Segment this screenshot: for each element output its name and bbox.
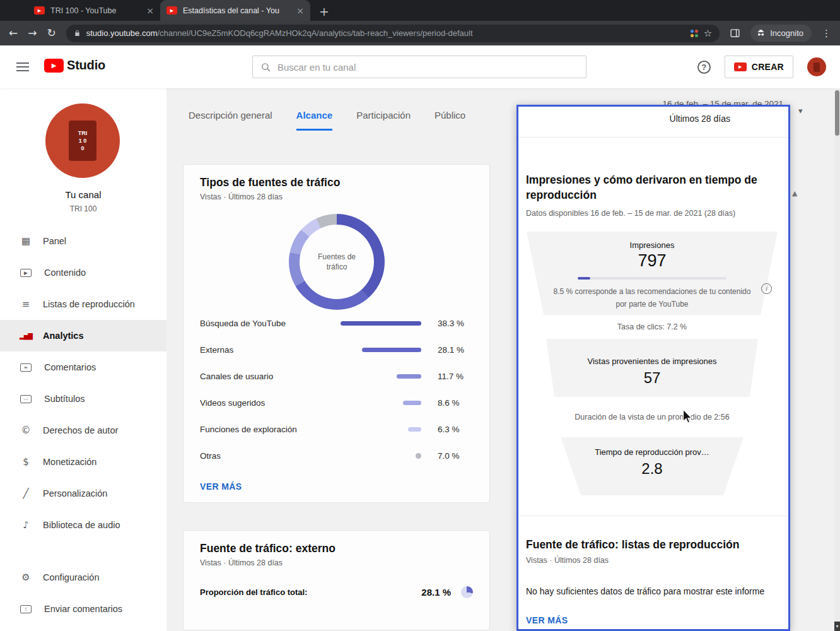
brand-text: Studio <box>67 58 105 73</box>
search-input[interactable] <box>277 62 578 73</box>
browser-toolbar: ← → ↻ studio.youtube.com/channel/UC9eZ5m… <box>0 21 840 45</box>
customization-wand-icon: ╱ <box>19 487 33 500</box>
menu-icon[interactable] <box>16 61 29 75</box>
bookmark-star-icon[interactable]: ☆ <box>704 28 712 39</box>
impressions-label: Impresiones <box>630 240 675 250</box>
overlay-period-label[interactable]: Últimos 28 días <box>518 114 730 124</box>
channel-name: Tu canal <box>0 189 166 200</box>
avg-duration-text: Duración de la vista de un promedio de 2… <box>573 411 731 423</box>
help-icon[interactable]: ? <box>697 61 711 74</box>
address-bar[interactable]: studio.youtube.com/channel/UC9eZ5mKODq6c… <box>66 25 720 42</box>
legend-label: Videos sugeridos <box>200 398 339 408</box>
url-text: studio.youtube.com/channel/UC9eZ5mKODq6c… <box>86 28 685 38</box>
impressions-value: 797 <box>638 251 666 271</box>
legend-bar <box>339 347 421 353</box>
legend-row[interactable]: Búsqueda de YouTube38.3 % <box>200 310 473 336</box>
sidebar-item-panel[interactable]: ▦Panel <box>0 225 166 257</box>
playlists-empty-message: No hay suficientes datos de tráfico para… <box>526 586 764 596</box>
close-tab-icon[interactable]: × <box>296 6 304 16</box>
legend-row[interactable]: Funciones de exploración6.3 % <box>200 416 473 442</box>
legend-label: Búsqueda de YouTube <box>200 319 339 328</box>
impressions-progress-bar <box>578 277 726 280</box>
scrollbar-thumb[interactable] <box>835 90 839 136</box>
sidebar-item-biblioteca[interactable]: ♪Biblioteca de audio <box>0 509 166 541</box>
watch-time-label: Tiempo de reproducción prov… <box>595 447 709 457</box>
create-icon: ▶ <box>734 62 747 71</box>
sidebar-item-derechos[interactable]: ©Derechos de autor <box>0 415 166 446</box>
impressions-progress-fill <box>578 277 590 280</box>
sidebar-item-enviar[interactable]: !Enviar comentarios <box>0 593 166 625</box>
funnel-impressions-stage[interactable]: Impresiones 797 8.5 % corresponde a las … <box>527 232 778 315</box>
legend-row[interactable]: Otras7.0 % <box>200 442 473 469</box>
tab-publico[interactable]: Público <box>435 110 465 131</box>
traffic-legend: Búsqueda de YouTube38.3 %Externas28.1 %C… <box>200 310 473 469</box>
youtube-favicon-icon: ▶ <box>166 6 177 15</box>
back-icon[interactable]: ← <box>9 28 18 38</box>
sidebar-item-label: Listas de reproducción <box>43 299 135 309</box>
chevron-down-icon[interactable]: ▾ <box>798 106 803 115</box>
youtube-studio-logo[interactable]: ▶ Studio <box>44 58 105 73</box>
sidebar-item-configuracion[interactable]: ⚙Configuración <box>0 562 166 593</box>
page-action-icon[interactable] <box>691 30 698 37</box>
sidebar-item-personalizacion[interactable]: ╱Personalización <box>0 478 166 509</box>
page-scrollbar[interactable]: ▾ <box>834 88 840 631</box>
legend-bar <box>339 374 421 379</box>
tab-participacion[interactable]: Participación <box>356 110 411 131</box>
card-title: Fuente de tráfico: externo <box>200 542 335 555</box>
legend-row[interactable]: Videos sugeridos8.6 % <box>200 389 473 416</box>
playlists-subtitle: Vistas · Últimos 28 días <box>526 556 609 565</box>
see-more-link[interactable]: VER MÁS <box>200 481 242 492</box>
create-button[interactable]: ▶ CREAR <box>725 56 793 78</box>
forward-icon[interactable]: → <box>28 28 37 38</box>
info-icon[interactable]: i <box>761 283 772 294</box>
card-subtitle: Vistas · Últimos 28 días <box>200 558 283 567</box>
channel-handle: TRI 100 <box>0 204 166 213</box>
tab-descripcion-general[interactable]: Descripción general <box>189 110 272 131</box>
traffic-donut-chart[interactable]: Fuentes de tráfico <box>289 214 385 310</box>
sidebar-item-comentarios[interactable]: ≡Comentarios <box>0 351 166 383</box>
create-label: CREAR <box>752 62 784 72</box>
legend-row[interactable]: Canales de usuario11.7 % <box>200 363 473 389</box>
legend-label: Otras <box>200 451 339 461</box>
comments-icon: ≡ <box>20 363 32 372</box>
sidebar-item-monetizacion[interactable]: $Monetización <box>0 446 166 478</box>
impressions-funnel: Impresiones 797 8.5 % corresponde a las … <box>527 232 778 497</box>
incognito-badge: Incognito <box>750 25 812 42</box>
card-title: Tipos de fuentes de tráfico <box>200 176 340 189</box>
funnel-views-stage[interactable]: Vistas provenientes de impresiones 57 <box>527 339 778 397</box>
close-tab-icon[interactable]: × <box>146 6 154 16</box>
browser-tab-estadisticas[interactable]: ▶ Estadísticas del canal - You × <box>160 0 310 21</box>
monetization-icon: $ <box>19 455 33 469</box>
playlists-icon: ≡ <box>19 297 33 311</box>
sidebar-item-contenido[interactable]: ▶Contenido <box>0 257 166 288</box>
scrollbar-down-arrow[interactable]: ▾ <box>834 622 840 631</box>
sidebar-item-analytics[interactable]: ▂▅▇Analytics <box>0 320 166 351</box>
browser-tab-tri100[interactable]: ▶ TRI 100 - YouTube × <box>28 0 160 21</box>
reload-icon[interactable]: ↻ <box>47 28 56 38</box>
sidebar-footer-menu: ⚙Configuración!Enviar comentarios <box>0 562 166 625</box>
account-avatar[interactable] <box>807 57 826 76</box>
legend-row[interactable]: Externas28.1 % <box>200 336 473 363</box>
side-panel-icon[interactable] <box>730 28 740 38</box>
sidebar-item-label: Monetización <box>43 457 96 467</box>
sidebar-item-listas[interactable]: ≡Listas de reproducción <box>0 288 166 320</box>
channel-search[interactable] <box>252 56 586 78</box>
funnel-watchtime-stage[interactable]: Tiempo de reproducción prov… 2.8 <box>527 437 778 495</box>
see-more-link[interactable]: VER MÁS <box>526 615 568 625</box>
new-tab-button[interactable]: + <box>319 6 329 18</box>
highlighted-panel: Últimos 28 días Impresiones y cómo deriv… <box>516 105 790 631</box>
divider <box>518 516 788 516</box>
tab-title: Estadísticas del canal - You <box>183 6 293 15</box>
channel-avatar[interactable]: TRI 1 0 0 <box>45 103 120 178</box>
copyright-icon: © <box>19 423 33 437</box>
analytics-tabs: Descripción general Alcance Participació… <box>189 110 465 131</box>
sidebar-item-label: Comentarios <box>44 362 96 372</box>
sidebar-item-label: Contenido <box>44 268 86 278</box>
sidebar-item-subtitulos[interactable]: ––Subtítulos <box>0 383 166 415</box>
browser-menu-icon[interactable]: ⋮ <box>822 28 831 39</box>
legend-percent: 38.3 % <box>438 319 473 328</box>
settings-gear-icon: ⚙ <box>19 570 33 584</box>
legend-label: Canales de usuario <box>200 372 339 381</box>
content-videos-icon: ▶ <box>20 269 32 277</box>
tab-alcance[interactable]: Alcance <box>296 110 333 131</box>
